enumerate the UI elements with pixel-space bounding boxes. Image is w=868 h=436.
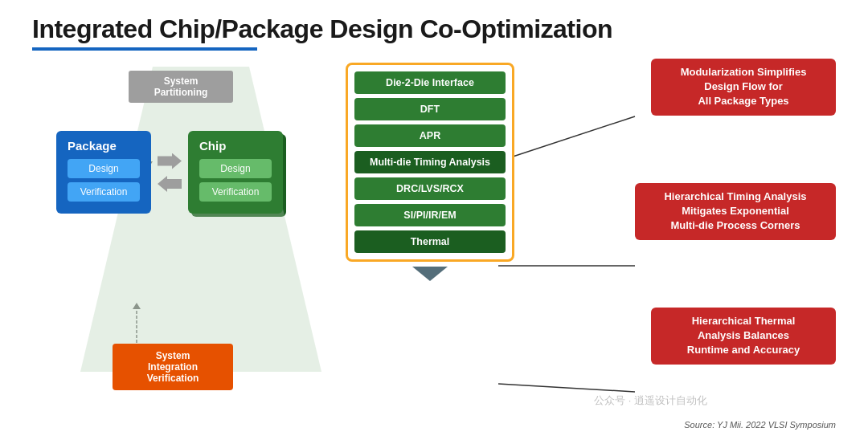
annotation-section: Modularization Simplifies Design Flow fo… (514, 59, 836, 422)
package-label: Package (68, 139, 140, 153)
package-verification-btn: Verification (68, 182, 140, 202)
annotation-box-3: Hierarchical Thermal Analysis Balances R… (651, 308, 836, 365)
flow-item-die2die: Die-2-Die Interface (354, 71, 506, 94)
left-diagram: System Partitioning Package Design Verif… (32, 59, 338, 422)
package-box: Package Design Verification (56, 131, 151, 214)
flow-item-drc: DRC/LVS/RCX (354, 177, 506, 200)
flow-box: Die-2-Die Interface DFT APR Multi-die Ti… (346, 63, 514, 262)
source-citation: Source: YJ Mii. 2022 VLSI Symposium (684, 420, 836, 430)
system-integration-box: System Integration Verification (113, 344, 233, 390)
package-chip-row: Package Design Verification Chip Design … (56, 131, 283, 214)
chip-label: Chip (199, 139, 272, 153)
left-arrow (158, 176, 182, 192)
content-area: System Partitioning Package Design Verif… (0, 51, 868, 422)
flow-item-dft: DFT (354, 98, 506, 120)
arrow-between (158, 153, 182, 192)
annotation-box-2: Hierarchical Timing Analysis Mitigates E… (635, 183, 836, 240)
flow-item-si: SI/PI/IR/EM (354, 204, 506, 226)
package-design-btn: Design (68, 159, 140, 178)
flow-item-thermal: Thermal (354, 230, 506, 253)
main-title: Integrated Chip/Package Design Co-Optimi… (32, 14, 836, 44)
funnel-background (80, 67, 321, 372)
chip-box: Chip Design Verification (188, 131, 283, 214)
right-arrow (158, 153, 182, 169)
chip-design-btn: Design (199, 159, 272, 178)
chip-verification-btn: Verification (199, 182, 272, 202)
flow-item-apr: APR (354, 124, 506, 147)
flow-section: Die-2-Die Interface DFT APR Multi-die Ti… (346, 59, 514, 422)
annotation-box-1: Modularization Simplifies Design Flow fo… (651, 59, 836, 116)
down-arrow (412, 267, 448, 281)
title-section: Integrated Chip/Package Design Co-Optimi… (0, 0, 868, 51)
system-partitioning-box: System Partitioning (129, 71, 233, 103)
flow-item-timing: Multi-die Timing Analysis (354, 151, 506, 173)
watermark: 公众号 · 逍遥设计自动化 (594, 393, 707, 408)
